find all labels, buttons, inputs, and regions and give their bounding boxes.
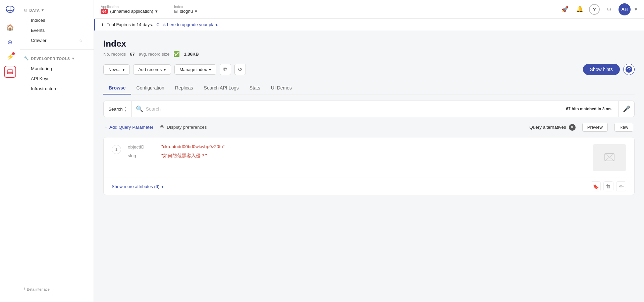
- avatar[interactable]: AH: [619, 3, 631, 15]
- alert-icon[interactable]: ⚡: [4, 51, 16, 63]
- raw-button[interactable]: Raw: [614, 123, 633, 132]
- index-selector[interactable]: ⊞ bloghu ▾: [174, 9, 197, 14]
- edit-button[interactable]: ✏: [616, 181, 626, 191]
- add-records-button[interactable]: Add records ▾: [133, 64, 171, 75]
- index-name: bloghu: [180, 9, 193, 14]
- chevron-down-icon: ▾: [161, 184, 164, 189]
- record-field-objectid: objectID "ckruutudd00bd0wkwbp9z20fu": [128, 144, 586, 149]
- display-preferences-button[interactable]: 👁 Display preferences: [160, 125, 207, 130]
- tab-search-api-logs[interactable]: Search API Logs: [199, 82, 244, 95]
- copy-button[interactable]: ⧉: [220, 64, 231, 75]
- application-selector[interactable]: 64 (unnamed application) ▾: [101, 9, 158, 14]
- devtools-label: DEVELOPER TOOLS: [31, 57, 70, 61]
- tabs: Browse Configuration Replicas Search API…: [103, 82, 635, 95]
- query-bar: + Add Query Parameter 👁 Display preferen…: [103, 123, 635, 132]
- search-input[interactable]: [146, 106, 564, 112]
- tab-configuration[interactable]: Configuration: [131, 82, 170, 95]
- chevron-down-icon2: ▾: [72, 56, 74, 61]
- svg-point-6: [629, 71, 629, 71]
- sidebar-item-apikeys[interactable]: API Keys: [23, 74, 91, 83]
- plus-icon: +: [105, 125, 107, 130]
- icon-bar: 🏠 ⊕ ⚡: [0, 0, 20, 302]
- page-title: Index: [103, 39, 635, 49]
- tab-ui-demos[interactable]: UI Demos: [266, 82, 297, 95]
- tab-browse[interactable]: Browse: [103, 82, 131, 95]
- application-name: (unnamed application): [110, 9, 153, 14]
- record-footer: Show more attributes (6) ▾ 🔖 🗑 ✏: [104, 178, 634, 195]
- emoji-icon[interactable]: ☺: [604, 4, 614, 15]
- alternatives-label: Query alternatives: [529, 125, 566, 130]
- tab-replicas[interactable]: Replicas: [170, 82, 199, 95]
- database-icon[interactable]: [4, 66, 16, 78]
- search-input-wrap: 🔍 67 hits matched in 3 ms: [132, 105, 618, 113]
- wrench-icon: 🔧: [24, 56, 29, 61]
- record-fields: objectID "ckruutudd00bd0wkwbp9z20fu" slu…: [128, 144, 586, 171]
- show-hints-button[interactable]: Show hints: [583, 64, 620, 75]
- application-badge: 64: [101, 9, 108, 14]
- check-icon: ✅: [173, 51, 180, 57]
- new-button[interactable]: New... ▾: [103, 64, 130, 75]
- chevron-down-icon: ▾: [122, 67, 125, 72]
- record-number: 1: [112, 145, 121, 154]
- show-more-button[interactable]: Show more attributes (6) ▾: [112, 184, 164, 189]
- refresh-button[interactable]: ↺: [234, 64, 246, 75]
- topbar: Application 64 (unnamed application) ▾ I…: [94, 0, 644, 19]
- devtools-section-title[interactable]: 🔧 DEVELOPER TOOLS ▾: [20, 54, 94, 63]
- record-card: 1 objectID "ckruutudd00bd0wkwbp9z20fu" s…: [103, 137, 635, 195]
- toolbar: New... ▾ Add records ▾ Manage index ▾ ⧉ …: [103, 64, 635, 75]
- search-nav-icon[interactable]: ⊕: [4, 36, 16, 48]
- topbar-actions: 🚀 🔔 ? ☺ AH ▾: [559, 3, 637, 15]
- mic-icon[interactable]: 🎤: [618, 101, 634, 117]
- help-icon[interactable]: ?: [589, 4, 600, 15]
- sidebar-item-monitoring[interactable]: Monitoring: [23, 64, 91, 73]
- data-section-icon: ⊡: [24, 8, 28, 12]
- rocket-icon[interactable]: 🚀: [559, 4, 570, 15]
- tab-stats[interactable]: Stats: [244, 82, 266, 95]
- sidebar-item-crawler[interactable]: Crawler ☆: [23, 36, 91, 45]
- trial-banner: ℹ Trial Expires in 14 days. Click here t…: [94, 19, 644, 31]
- manage-index-button[interactable]: Manage index ▾: [174, 64, 216, 75]
- sidebar-item-label: API Keys: [31, 76, 50, 81]
- svg-point-5: [626, 66, 632, 73]
- record-field-slug: slug "如何防范黑客入侵？": [128, 153, 586, 159]
- beta-badge[interactable]: ℹ Beta interface: [24, 287, 50, 291]
- main-content: Application 64 (unnamed application) ▾ I…: [94, 0, 644, 302]
- data-label: DATA: [30, 8, 40, 12]
- content-area: ℹ Trial Expires in 14 days. Click here t…: [94, 19, 644, 302]
- sidebar-item-indices[interactable]: Indices: [23, 15, 91, 25]
- sidebar-item-events[interactable]: Events: [23, 25, 91, 35]
- upgrade-link[interactable]: Click here to upgrade your plan.: [156, 22, 218, 27]
- delete-button[interactable]: 🗑: [603, 181, 613, 191]
- chevron-down-icon: ▾: [42, 8, 44, 12]
- search-type-label: Search: [108, 107, 123, 112]
- add-query-parameter-button[interactable]: + Add Query Parameter: [105, 125, 153, 130]
- sidebar: ⊡ DATA ▾ Indices Events Crawler ☆ 🔧 DEVE…: [20, 0, 94, 302]
- index-section: Index ⊞ bloghu ▾: [174, 5, 197, 14]
- preview-button[interactable]: Preview: [582, 123, 608, 132]
- trial-message: Trial Expires in 14 days.: [107, 22, 153, 27]
- chevron-down-icon: ▾: [209, 67, 211, 72]
- info-icon: ℹ: [102, 22, 103, 27]
- record-actions: 🔖 🗑 ✏: [591, 181, 626, 191]
- sidebar-item-label: Crawler: [31, 38, 47, 43]
- sort-arrows-icon: ▲ ▼: [124, 106, 127, 112]
- sidebar-item-infrastructure[interactable]: Infrastructure: [23, 84, 91, 94]
- records-count: 67: [130, 52, 135, 57]
- data-section-title[interactable]: ⊡ DATA ▾: [20, 5, 94, 15]
- avg-value: 1.36KB: [184, 52, 199, 57]
- sidebar-item-label: Infrastructure: [31, 86, 58, 91]
- home-icon[interactable]: 🏠: [4, 21, 16, 34]
- close-alternatives-button[interactable]: ✕: [569, 124, 576, 131]
- bookmark-button[interactable]: 🔖: [591, 181, 601, 191]
- query-alternatives: Query alternatives ✕: [529, 124, 576, 131]
- eye-icon: 👁: [160, 125, 165, 130]
- search-bar: Search ▲ ▼ 🔍 67 hits matched in 3 ms 🎤: [103, 101, 635, 117]
- info-icon: ℹ: [24, 287, 25, 291]
- hints-avatar-button[interactable]: [623, 64, 635, 75]
- user-menu-chevron[interactable]: ▾: [635, 6, 637, 12]
- index-label: Index: [174, 5, 197, 9]
- application-section: Application 64 (unnamed application) ▾: [101, 5, 158, 14]
- search-type-selector[interactable]: Search ▲ ▼: [104, 101, 132, 117]
- bell-icon[interactable]: 🔔: [574, 4, 585, 15]
- logo-icon[interactable]: [4, 4, 16, 16]
